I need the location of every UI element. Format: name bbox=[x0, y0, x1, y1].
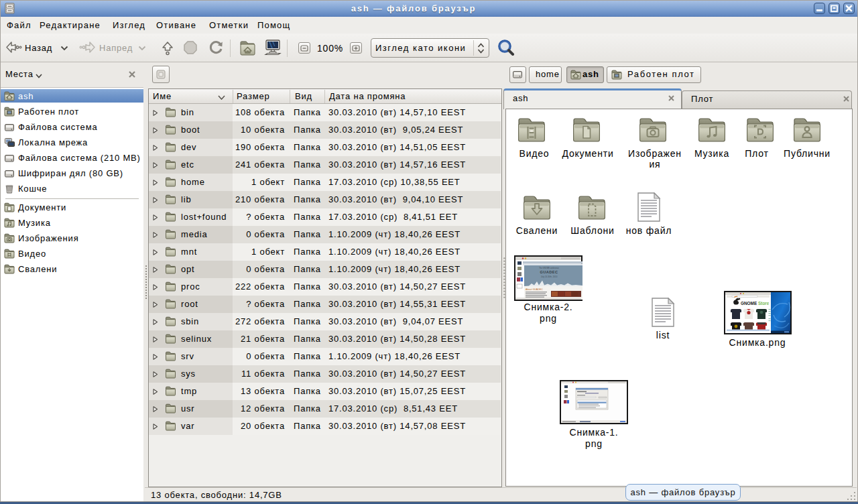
svg-text:GUADEC: GUADEC bbox=[540, 270, 558, 274]
svg-text:Store: Store bbox=[758, 301, 770, 306]
svg-text:July 24-30th, 2010: July 24-30th, 2010 bbox=[541, 275, 558, 278]
svg-text:The GNOME conference: The GNOME conference bbox=[539, 267, 559, 269]
svg-text:GNOME: GNOME bbox=[741, 301, 757, 306]
svg-text:About GUADEC: About GUADEC bbox=[526, 288, 543, 291]
